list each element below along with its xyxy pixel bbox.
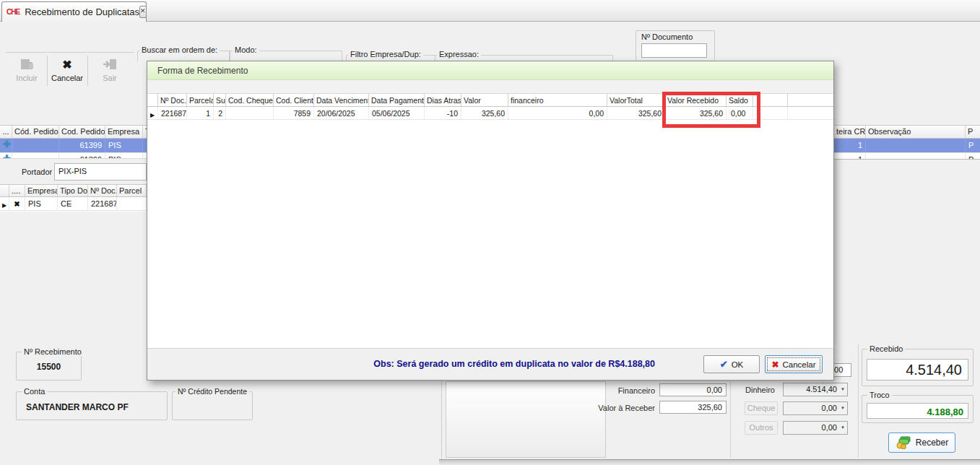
ok-button[interactable]: ✔ OK (703, 355, 760, 373)
troco-label: Troco (867, 391, 892, 399)
cell-cod-cheque (226, 107, 274, 119)
troco-group: Troco 4.188,80 (862, 395, 974, 423)
sair-icon (90, 55, 129, 74)
financeiro-field[interactable]: 0,00 (659, 383, 727, 396)
orders-cell-empresa: PIS (105, 139, 143, 152)
cancel-button[interactable]: ✖ Cancelar (765, 355, 823, 373)
sair-label: Sair (90, 74, 129, 82)
cheque-combo[interactable]: 0,00 ▼ (783, 401, 848, 415)
orders-col-cod-pedido2[interactable]: Cod. Pedido (59, 126, 105, 138)
col-sub[interactable]: Sub (214, 94, 226, 106)
delete-x-icon: ✖ (14, 200, 19, 208)
dropdown-arrow-icon[interactable]: ▼ (841, 406, 845, 410)
dinheiro-value: 4.514,40 (806, 385, 837, 394)
docs-cell-tipo-doc: CE (58, 197, 88, 210)
recebido-field[interactable]: 4.514,40 (867, 359, 968, 381)
docs-cell-n-doc: 221687 (88, 197, 117, 210)
cancelar-label: Cancelar (48, 74, 86, 82)
tab-title: Recebimento de Duplicatas (25, 6, 139, 17)
orders-col-icons[interactable]: ... (0, 126, 12, 138)
cheque-button[interactable]: Cheque (745, 401, 778, 415)
totals-divider (858, 344, 859, 458)
orders-col-cod-pedido[interactable]: Cód. Pedido (12, 126, 59, 138)
row-marker-icon: ▶ (2, 202, 6, 209)
cancelar-button[interactable]: ✖ Cancelar (48, 55, 86, 87)
cell-sub: 2 (214, 107, 226, 119)
dropdown-arrow-icon[interactable]: ▼ (841, 387, 845, 391)
cell-valor-total: 325,60 (607, 107, 665, 119)
col-cod-cheque[interactable]: Cod. Cheque (226, 94, 274, 106)
tab-close-icon[interactable]: ✕ (139, 6, 147, 18)
orders-grid-right: teira CR Observação P 1 P 1 P (834, 125, 980, 159)
filtro-label: Filtro Empresa/Dup: (348, 50, 423, 58)
docs-col-parcela[interactable]: Parcel (117, 185, 147, 196)
col-financeiro[interactable]: financeiro (508, 94, 607, 106)
toolbar-separator (47, 56, 48, 86)
docs-col-n-doc[interactable]: Nº Doc. (88, 185, 117, 196)
orders-cell-empresa: PIS (105, 153, 143, 158)
docs-col-tipo-doc[interactable]: Tipo Doc. (58, 185, 88, 196)
troco-field: 4.188,80 (867, 403, 968, 419)
toolbar-separator (87, 56, 88, 86)
portador-panel: Portador PIX-PIS (0, 158, 147, 184)
obs-message: Obs: Será gerado um crédito em duplicata… (373, 359, 655, 369)
col-data-vencimento[interactable]: Data Vencimento (314, 94, 369, 106)
col-n-doc[interactable]: Nº Doc. (158, 94, 187, 106)
col-parcela[interactable]: Parcela (187, 94, 214, 106)
col-data-pagamento[interactable]: Data Pagamento (369, 94, 425, 106)
docs-row[interactable]: ▶ ✖ PIS CE 221687 (0, 197, 147, 211)
docs-col-empresa[interactable]: Empresa (25, 185, 58, 196)
docs-col-icons[interactable]: .... (9, 185, 25, 196)
dialog-titlebar[interactable]: Forma de Recebimento (147, 61, 833, 80)
receber-button[interactable]: Receber (888, 433, 955, 453)
orders-row-selected[interactable]: ✚ 61399 PIS (0, 139, 147, 153)
col-valor[interactable]: Valor (461, 94, 508, 106)
plus-icon: ✚ (3, 139, 11, 149)
n-credito-pendente-group: Nº Crédito Pendente (172, 391, 253, 420)
orders-col-observacao[interactable]: Observação (866, 126, 966, 138)
ok-label: OK (732, 360, 744, 369)
outros-combo[interactable]: 0,00 ▼ (783, 421, 848, 435)
tab-recebimento-duplicatas[interactable]: CHE Recebimento de Duplicatas ✕ (1, 1, 147, 22)
orders-col-clipped-right[interactable]: P (966, 126, 980, 138)
n-credito-pendente-label: Nº Crédito Pendente (175, 387, 249, 396)
orders-col-carteira-cr[interactable]: teira CR (834, 126, 866, 138)
orders-row-clipped[interactable]: ✚ 61399 PIS (0, 153, 147, 158)
portador-field[interactable]: PIX-PIS (54, 163, 147, 181)
col-dias-atraso[interactable]: Dias Atraso (425, 94, 461, 106)
incluir-label: Incluir (7, 74, 46, 82)
sair-button[interactable]: Sair (90, 55, 129, 87)
modo-label: Modo: (233, 45, 259, 54)
col-marker (147, 94, 158, 106)
col-cod-cliente[interactable]: Cod. Cliente (274, 94, 314, 106)
financeiro-label: Financeiro (576, 386, 655, 395)
dropdown-arrow-icon[interactable]: ▼ (841, 425, 845, 430)
n-documento-input[interactable] (641, 43, 707, 58)
docs-cell-parcela (117, 197, 147, 210)
docs-col-marker[interactable] (0, 185, 9, 196)
dinheiro-combo[interactable]: 4.514,40 ▼ (783, 383, 848, 396)
orders-col-empresa[interactable]: Empresa (105, 126, 143, 138)
docs-grid: .... Empresa Tipo Doc. Nº Doc. Parcel ▶ … (0, 184, 147, 212)
docs-cell-empresa: PIS (25, 197, 58, 210)
incluir-button[interactable]: Incluir (7, 55, 46, 87)
x-icon: ✖ (771, 360, 779, 370)
orders-row-selected-right[interactable]: 1 P (834, 139, 980, 153)
money-icon (896, 436, 911, 449)
orders-cell-observacao (866, 139, 966, 152)
tab-bar: CHE Recebimento de Duplicatas ✕ (0, 0, 980, 22)
dialog-title: Forma de Recebimento (157, 66, 248, 76)
panel-divider (441, 381, 442, 465)
col-valor-total[interactable]: ValorTotal (607, 94, 665, 106)
receber-label: Receber (916, 438, 948, 448)
grid-bottom-edge (834, 159, 980, 160)
orders-row-clipped-right[interactable]: 1 P (834, 153, 980, 159)
dialog-footer: Obs: Será gerado um crédito em duplicata… (147, 348, 833, 380)
conta-label: Conta (22, 387, 47, 396)
outros-button[interactable]: Outros (745, 421, 778, 435)
right-divider-line (836, 160, 836, 344)
app-logo-icon: CHE (6, 8, 19, 16)
orders-cell-carteira-cr: 1 (834, 153, 866, 159)
expressao-label: Expressao: (437, 50, 481, 58)
valor-a-receber-field[interactable]: 325,60 (659, 401, 727, 414)
